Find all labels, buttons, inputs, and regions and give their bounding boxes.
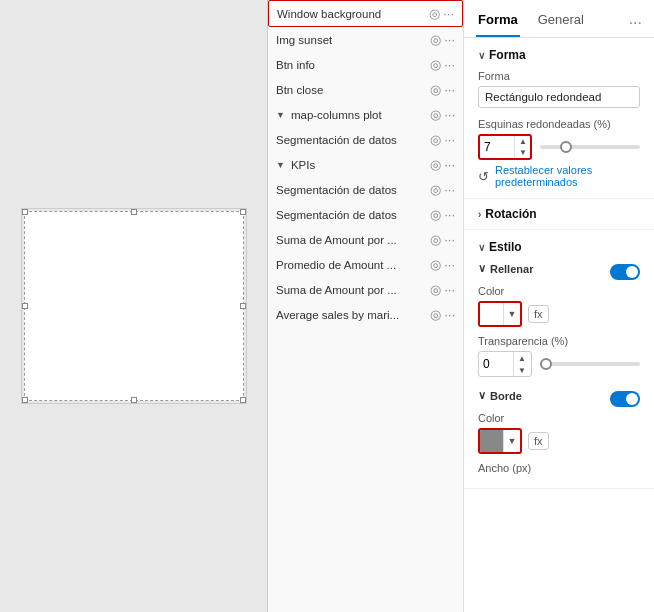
- eye-icon[interactable]: ◎: [430, 157, 441, 172]
- more-icon[interactable]: ···: [444, 207, 455, 222]
- more-icon[interactable]: ···: [444, 57, 455, 72]
- border-toggle[interactable]: [610, 391, 640, 407]
- transparency-down-arrow[interactable]: ▼: [514, 364, 530, 376]
- reset-row[interactable]: ↺ Restablecer valores predeterminados: [478, 164, 640, 188]
- section-style-label: Estilo: [489, 240, 522, 254]
- transparency-slider-track[interactable]: [540, 362, 640, 366]
- layer-item-window-background[interactable]: Window background ◎ ···: [268, 0, 463, 27]
- layer-name-suma-1: Suma de Amount por ...: [276, 234, 426, 246]
- fill-subsection-title: ∨ Rellenar: [478, 262, 533, 275]
- transparency-slider-thumb[interactable]: [540, 358, 552, 370]
- more-icon[interactable]: ···: [443, 6, 454, 21]
- corners-input[interactable]: [480, 138, 514, 156]
- layer-item-suma-2[interactable]: Suma de Amount por ... ◎ ···: [268, 277, 463, 302]
- eye-icon[interactable]: ◎: [430, 307, 441, 322]
- layer-item-segmentacion-1[interactable]: Segmentación de datos ◎ ···: [268, 127, 463, 152]
- handle-top-left[interactable]: [22, 209, 28, 215]
- eye-icon[interactable]: ◎: [430, 282, 441, 297]
- layer-item-kpis[interactable]: ▼ KPIs ◎ ···: [268, 152, 463, 177]
- section-style: ∨ Estilo ∨ Rellenar Color ▼ fx: [464, 230, 654, 489]
- eye-icon[interactable]: ◎: [430, 257, 441, 272]
- more-icon[interactable]: ···: [444, 32, 455, 47]
- eye-icon[interactable]: ◎: [430, 107, 441, 122]
- layer-item-img-sunset[interactable]: Img sunset ◎ ···: [268, 27, 463, 52]
- fill-fx-button[interactable]: fx: [528, 305, 549, 323]
- transparency-up-arrow[interactable]: ▲: [514, 352, 530, 364]
- section-rotation-title[interactable]: › Rotación: [478, 207, 640, 221]
- chevron-down-icon-style: ∨: [478, 242, 485, 253]
- more-icon[interactable]: ···: [444, 282, 455, 297]
- layer-name-suma-2: Suma de Amount por ...: [276, 284, 426, 296]
- corners-slider-track[interactable]: [540, 145, 640, 149]
- handle-bottom-left[interactable]: [22, 397, 28, 403]
- transparency-label: Transparencia (%): [478, 335, 640, 347]
- layer-item-map-columns[interactable]: ▼ map-columns plot ◎ ···: [268, 102, 463, 127]
- border-color-dropdown[interactable]: ▼: [504, 436, 520, 446]
- border-subsection-title: ∨ Borde: [478, 389, 522, 402]
- fill-toggle[interactable]: [610, 264, 640, 280]
- tab-general[interactable]: General: [536, 8, 586, 37]
- more-icon[interactable]: ···: [444, 257, 455, 272]
- canvas-panel: [0, 0, 268, 612]
- chevron-down-border: ∨: [478, 389, 486, 402]
- more-icon[interactable]: ···: [444, 132, 455, 147]
- eye-icon[interactable]: ◎: [430, 182, 441, 197]
- eye-icon[interactable]: ◎: [430, 57, 441, 72]
- layer-name-segmentacion-3: Segmentación de datos: [276, 209, 426, 221]
- layer-item-average-sales[interactable]: Average sales by mari... ◎ ···: [268, 302, 463, 327]
- transparency-input[interactable]: [479, 355, 513, 373]
- handle-bottom-mid[interactable]: [131, 397, 137, 403]
- border-width-label: Ancho (px): [478, 462, 640, 474]
- more-icon[interactable]: ···: [444, 232, 455, 247]
- spinner-down-arrow[interactable]: ▼: [515, 147, 531, 158]
- layer-name-btn-close: Btn close: [276, 84, 426, 96]
- layer-name-segmentacion-2: Segmentación de datos: [276, 184, 426, 196]
- collapse-icon[interactable]: ▼: [276, 110, 285, 120]
- border-fx-button[interactable]: fx: [528, 432, 549, 450]
- fill-color-row: ▼ fx: [478, 301, 640, 327]
- layer-item-suma-1[interactable]: Suma de Amount por ... ◎ ···: [268, 227, 463, 252]
- more-icon[interactable]: ···: [444, 182, 455, 197]
- corners-spinner[interactable]: ▲ ▼: [478, 134, 532, 160]
- more-icon[interactable]: ···: [444, 82, 455, 97]
- layer-icons-btn-close: ◎ ···: [430, 82, 455, 97]
- more-icon[interactable]: ···: [444, 157, 455, 172]
- fill-color-box[interactable]: ▼: [478, 301, 522, 327]
- more-icon[interactable]: ···: [444, 107, 455, 122]
- layer-item-promedio[interactable]: Promedio de Amount ... ◎ ···: [268, 252, 463, 277]
- section-style-title[interactable]: ∨ Estilo: [478, 240, 640, 254]
- collapse-icon-kpis[interactable]: ▼: [276, 160, 285, 170]
- eye-icon[interactable]: ◎: [430, 232, 441, 247]
- eye-icon[interactable]: ◎: [430, 207, 441, 222]
- transparency-spinner[interactable]: ▲ ▼: [478, 351, 532, 377]
- border-color-box[interactable]: ▼: [478, 428, 522, 454]
- more-icon[interactable]: ···: [444, 307, 455, 322]
- layer-item-btn-close[interactable]: Btn close ◎ ···: [268, 77, 463, 102]
- layer-icons-btn-info: ◎ ···: [430, 57, 455, 72]
- eye-icon[interactable]: ◎: [430, 82, 441, 97]
- tab-more-button[interactable]: ···: [629, 14, 642, 32]
- tab-forma[interactable]: Forma: [476, 8, 520, 37]
- fill-color-dropdown[interactable]: ▼: [504, 309, 520, 319]
- eye-icon[interactable]: ◎: [430, 132, 441, 147]
- handle-bottom-right[interactable]: [240, 397, 246, 403]
- layer-icons-segmentacion-2: ◎ ···: [430, 182, 455, 197]
- corners-row: ▲ ▼: [478, 134, 640, 160]
- handle-mid-left[interactable]: [22, 303, 28, 309]
- layer-icons-kpis: ◎ ···: [430, 157, 455, 172]
- transparency-row: ▲ ▼: [478, 351, 640, 377]
- spinner-up-arrow[interactable]: ▲: [515, 136, 531, 147]
- handle-mid-right[interactable]: [240, 303, 246, 309]
- layer-item-segmentacion-3[interactable]: Segmentación de datos ◎ ···: [268, 202, 463, 227]
- handle-top-right[interactable]: [240, 209, 246, 215]
- layer-name-img-sunset: Img sunset: [276, 34, 426, 46]
- layer-item-btn-info[interactable]: Btn info ◎ ···: [268, 52, 463, 77]
- eye-icon[interactable]: ◎: [429, 6, 440, 21]
- corners-slider-thumb[interactable]: [560, 141, 572, 153]
- section-forma-title[interactable]: ∨ Forma: [478, 48, 640, 62]
- eye-icon[interactable]: ◎: [430, 32, 441, 47]
- layer-item-segmentacion-2[interactable]: Segmentación de datos ◎ ···: [268, 177, 463, 202]
- shape-select[interactable]: Rectángulo redondead: [478, 86, 640, 108]
- handle-top-mid[interactable]: [131, 209, 137, 215]
- layer-icons-suma-2: ◎ ···: [430, 282, 455, 297]
